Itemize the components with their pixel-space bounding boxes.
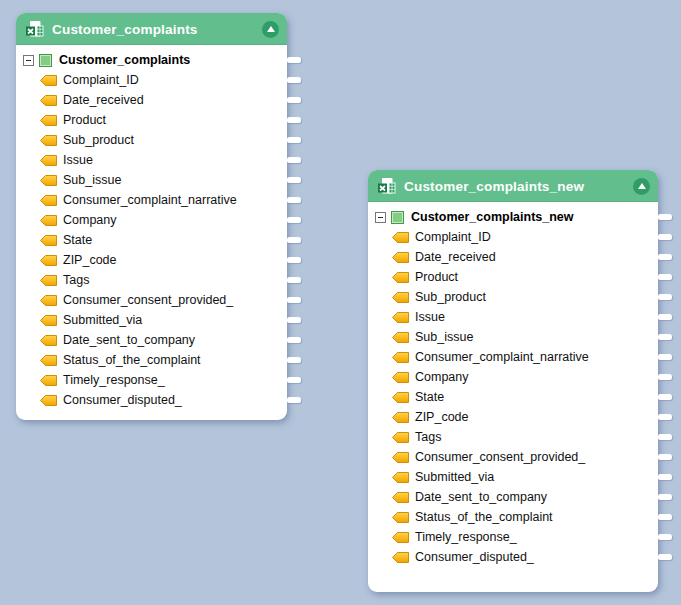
- connection-port[interactable]: [287, 157, 301, 163]
- connection-port[interactable]: [658, 414, 672, 420]
- root-label: Customer_complaints: [59, 53, 190, 67]
- connection-port[interactable]: [287, 357, 301, 363]
- field-row[interactable]: Company: [368, 367, 658, 387]
- connection-port[interactable]: [287, 117, 301, 123]
- table-select-box[interactable]: [391, 211, 404, 224]
- connection-port[interactable]: [287, 237, 301, 243]
- connection-port[interactable]: [658, 374, 672, 380]
- connection-port[interactable]: [287, 377, 301, 383]
- field-row[interactable]: ZIP_code: [16, 250, 287, 270]
- node-header[interactable]: Customer_complaints_new: [368, 170, 658, 202]
- field-row[interactable]: Submitted_via: [368, 467, 658, 487]
- field-row[interactable]: State: [16, 230, 287, 250]
- field-row[interactable]: Sub_issue: [368, 327, 658, 347]
- field-row[interactable]: Product: [16, 110, 287, 130]
- field-label: Date_received: [63, 93, 144, 107]
- field-row[interactable]: Date_sent_to_company: [368, 487, 658, 507]
- table-select-box[interactable]: [39, 54, 52, 67]
- connection-port[interactable]: [658, 334, 672, 340]
- collapse-button[interactable]: [633, 178, 650, 195]
- field-row[interactable]: Sub_product: [368, 287, 658, 307]
- field-row[interactable]: Consumer_consent_provided_: [16, 290, 287, 310]
- field-icon: [40, 135, 57, 146]
- field-label: Submitted_via: [415, 470, 494, 484]
- connection-port[interactable]: [658, 294, 672, 300]
- field-row[interactable]: Complaint_ID: [16, 70, 287, 90]
- field-label: Sub_product: [63, 133, 134, 147]
- tree-collapse-toggle-icon[interactable]: [23, 55, 34, 66]
- field-row[interactable]: Sub_issue: [16, 170, 287, 190]
- connection-port[interactable]: [658, 494, 672, 500]
- connection-port[interactable]: [287, 397, 301, 403]
- connection-port[interactable]: [658, 314, 672, 320]
- field-row[interactable]: Timely_response_: [368, 527, 658, 547]
- connection-port[interactable]: [287, 77, 301, 83]
- field-row[interactable]: Status_of_the_complaint: [368, 507, 658, 527]
- field-icon: [40, 295, 57, 306]
- connection-port[interactable]: [287, 297, 301, 303]
- field-row[interactable]: Submitted_via: [16, 310, 287, 330]
- connection-port[interactable]: [287, 197, 301, 203]
- field-label: Company: [415, 370, 469, 384]
- field-row[interactable]: Company: [16, 210, 287, 230]
- tree-root-row[interactable]: Customer_complaints: [16, 50, 287, 70]
- field-icon: [40, 95, 57, 106]
- connection-port[interactable]: [658, 554, 672, 560]
- connection-port[interactable]: [658, 254, 672, 260]
- connection-port[interactable]: [658, 234, 672, 240]
- connection-port[interactable]: [658, 474, 672, 480]
- field-row[interactable]: Consumer_complaint_narrative: [368, 347, 658, 367]
- connection-port[interactable]: [658, 534, 672, 540]
- field-icon: [392, 372, 409, 383]
- connection-port[interactable]: [658, 274, 672, 280]
- field-list: Complaint_IDDate_receivedProductSub_prod…: [16, 70, 287, 410]
- field-label: Status_of_the_complaint: [415, 510, 553, 524]
- connection-port[interactable]: [658, 514, 672, 520]
- connection-port[interactable]: [287, 137, 301, 143]
- field-label: State: [415, 390, 444, 404]
- connection-port[interactable]: [658, 354, 672, 360]
- field-row[interactable]: Tags: [368, 427, 658, 447]
- table-node-customer-complaints-new[interactable]: Customer_complaints_new Customer_complai…: [368, 170, 658, 592]
- connection-port[interactable]: [287, 337, 301, 343]
- field-row[interactable]: Date_received: [16, 90, 287, 110]
- root-label: Customer_complaints_new: [411, 210, 574, 224]
- field-row[interactable]: Tags: [16, 270, 287, 290]
- field-row[interactable]: Issue: [368, 307, 658, 327]
- field-row[interactable]: Consumer_complaint_narrative: [16, 190, 287, 210]
- connection-port[interactable]: [287, 57, 301, 63]
- collapse-button[interactable]: [262, 21, 279, 38]
- field-row[interactable]: Sub_product: [16, 130, 287, 150]
- tree-collapse-toggle-icon[interactable]: [375, 212, 386, 223]
- field-row[interactable]: Date_received: [368, 247, 658, 267]
- connection-port[interactable]: [287, 217, 301, 223]
- field-row[interactable]: Status_of_the_complaint: [16, 350, 287, 370]
- field-icon: [392, 332, 409, 343]
- field-icon: [392, 412, 409, 423]
- connection-port[interactable]: [658, 394, 672, 400]
- field-row[interactable]: Product: [368, 267, 658, 287]
- field-row[interactable]: State: [368, 387, 658, 407]
- field-row[interactable]: Timely_response_: [16, 370, 287, 390]
- connection-port[interactable]: [287, 257, 301, 263]
- field-row[interactable]: Date_sent_to_company: [16, 330, 287, 350]
- connection-port[interactable]: [287, 277, 301, 283]
- table-node-customer-complaints[interactable]: Customer_complaints Customer_complaints …: [16, 13, 287, 420]
- field-row[interactable]: Complaint_ID: [368, 227, 658, 247]
- field-row[interactable]: Consumer_disputed_: [368, 547, 658, 567]
- tree-root-row[interactable]: Customer_complaints_new: [368, 207, 658, 227]
- field-row[interactable]: Issue: [16, 150, 287, 170]
- field-label: Consumer_consent_provided_: [415, 450, 585, 464]
- connection-port[interactable]: [658, 434, 672, 440]
- field-row[interactable]: Consumer_disputed_: [16, 390, 287, 410]
- connection-port[interactable]: [287, 177, 301, 183]
- field-icon: [40, 215, 57, 226]
- connection-port[interactable]: [658, 214, 672, 220]
- field-row[interactable]: ZIP_code: [368, 407, 658, 427]
- connection-port[interactable]: [287, 97, 301, 103]
- field-icon: [392, 532, 409, 543]
- field-row[interactable]: Consumer_consent_provided_: [368, 447, 658, 467]
- connection-port[interactable]: [287, 317, 301, 323]
- connection-port[interactable]: [658, 454, 672, 460]
- node-header[interactable]: Customer_complaints: [16, 13, 287, 45]
